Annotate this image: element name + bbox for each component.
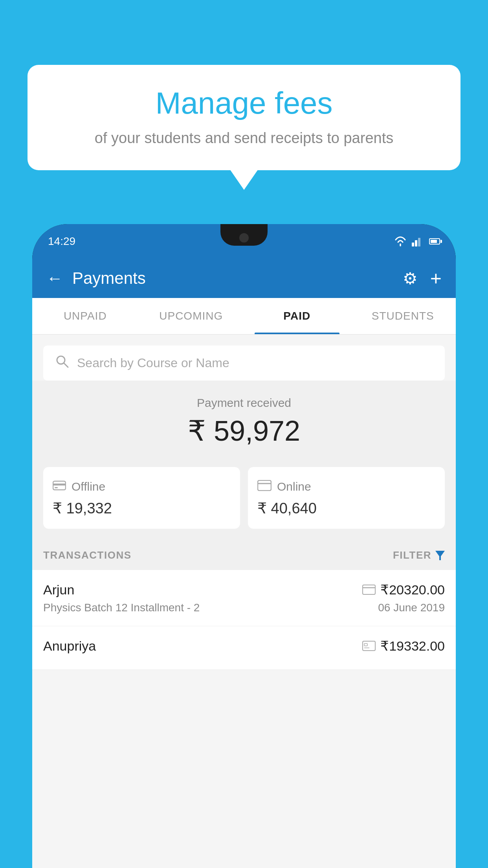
signal-icon	[412, 236, 423, 246]
add-button[interactable]: +	[430, 267, 442, 290]
svg-rect-7	[55, 487, 58, 488]
search-bar[interactable]: Search by Course or Name	[43, 346, 445, 381]
svg-rect-11	[363, 585, 375, 594]
table-row[interactable]: Arjun ₹20320.00 Physics Batch 12 Install…	[32, 570, 456, 626]
notch-camera	[239, 233, 249, 243]
filter-button[interactable]: FILTER	[393, 549, 445, 561]
svg-rect-14	[364, 644, 367, 646]
transaction-amount: ₹19332.00	[380, 638, 445, 654]
app-header: ← Payments ⚙ +	[32, 259, 456, 298]
payment-summary: Payment received ₹ 59,972	[32, 381, 456, 459]
status-icons	[394, 236, 440, 246]
svg-rect-0	[412, 243, 414, 246]
transaction-course: Physics Batch 12 Installment - 2	[43, 601, 200, 614]
tabs-bar: UNPAID UPCOMING PAID STUDENTS	[32, 298, 456, 335]
app-content: Search by Course or Name Payment receive…	[32, 335, 456, 868]
transactions-label: TRANSACTIONS	[43, 549, 132, 561]
payment-cards: Offline ₹ 19,332 Online ₹ 40,640	[32, 459, 456, 541]
bubble-subtitle: of your students and send receipts to pa…	[51, 130, 437, 147]
header-title: Payments	[72, 269, 393, 288]
svg-rect-1	[415, 240, 417, 246]
header-icons: ⚙ +	[403, 267, 442, 290]
status-bar: 14:29	[32, 224, 456, 259]
phone-notch	[220, 224, 268, 246]
card-payment-icon	[362, 585, 376, 595]
transaction-amount-wrap: ₹20320.00	[362, 582, 445, 598]
status-time: 14:29	[48, 235, 75, 248]
transaction-amount: ₹20320.00	[380, 582, 445, 598]
speech-bubble: Manage fees of your students and send re…	[28, 65, 460, 170]
wifi-icon	[394, 236, 407, 246]
svg-rect-8	[258, 480, 271, 491]
tab-unpaid[interactable]: UNPAID	[32, 298, 138, 334]
back-button[interactable]: ←	[46, 269, 63, 288]
payment-amount: ₹ 59,972	[43, 414, 445, 447]
transaction-amount-wrap: ₹19332.00	[362, 638, 445, 654]
offline-card: Offline ₹ 19,332	[43, 467, 240, 529]
online-label: Online	[277, 480, 311, 493]
online-amount: ₹ 40,640	[257, 500, 435, 517]
filter-label: FILTER	[393, 549, 431, 561]
battery-icon	[429, 238, 440, 245]
bubble-title: Manage fees	[51, 86, 437, 120]
tab-students[interactable]: STUDENTS	[350, 298, 456, 334]
search-placeholder: Search by Course or Name	[77, 356, 229, 370]
svg-rect-2	[418, 238, 420, 246]
tab-upcoming[interactable]: UPCOMING	[138, 298, 244, 334]
transaction-date: 06 June 2019	[378, 601, 445, 614]
tab-paid[interactable]: PAID	[244, 298, 350, 334]
online-icon	[257, 479, 272, 494]
search-icon	[55, 354, 69, 372]
svg-rect-6	[53, 484, 66, 485]
offline-label: Offline	[72, 480, 105, 493]
offline-amount: ₹ 19,332	[53, 500, 231, 517]
settings-button[interactable]: ⚙	[403, 269, 418, 288]
table-row[interactable]: Anupriya ₹19332.00	[32, 626, 456, 670]
transactions-header: TRANSACTIONS FILTER	[32, 541, 456, 570]
payment-label: Payment received	[43, 396, 445, 410]
online-card: Online ₹ 40,640	[248, 467, 445, 529]
offline-icon	[53, 479, 66, 494]
svg-line-4	[64, 363, 68, 367]
transaction-name: Arjun	[43, 582, 74, 598]
phone-frame: 14:29 ← Payments	[32, 224, 456, 868]
filter-icon	[435, 551, 445, 560]
transaction-name: Anupriya	[43, 638, 96, 654]
svg-marker-10	[435, 551, 445, 560]
cash-payment-icon	[362, 641, 376, 651]
